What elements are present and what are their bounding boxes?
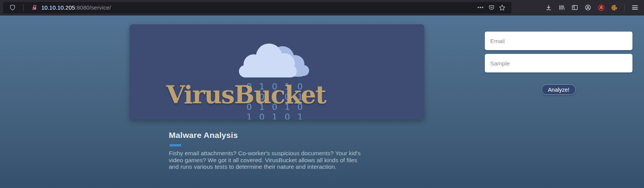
account-icon[interactable] (582, 2, 594, 13)
cloud-icon (230, 40, 315, 83)
section-heading: Malware Analysis (169, 131, 369, 140)
site-security-chip[interactable] (7, 3, 40, 13)
insecure-lock-icon[interactable] (29, 3, 40, 13)
analyze-button[interactable]: Analyze! (541, 84, 576, 95)
url-text[interactable]: 10.10.10.205:8080/service/ (41, 4, 111, 11)
malware-analysis-section: Malware Analysis Fishy email attachments… (169, 131, 369, 170)
binary-art-row: 1 0 1 0 1 (242, 112, 309, 119)
email-field[interactable] (485, 32, 632, 50)
urlbar-separator (23, 4, 24, 11)
sidebar-icon[interactable] (569, 2, 581, 13)
binary-art-row: 0 1 0 1 0 (242, 102, 309, 112)
url-path: :8080/service/ (75, 4, 111, 11)
section-body-text: Fishy email attachments? Co-worker's sus… (169, 150, 365, 170)
toolbar-button-group (543, 2, 641, 13)
sample-field[interactable] (485, 54, 632, 72)
tracking-protection-shield-icon[interactable] (7, 3, 18, 13)
menu-icon[interactable] (629, 2, 641, 13)
url-host: 10.10.10.205 (41, 4, 75, 11)
toolbar-separator (624, 4, 625, 11)
cookie-extension-icon[interactable] (608, 2, 620, 13)
sample-upload-form: Analyze! (485, 32, 632, 95)
page-actions-overflow-icon[interactable]: ••• (475, 3, 486, 13)
library-icon[interactable] (556, 2, 568, 13)
blocker-extension-icon[interactable] (595, 2, 607, 13)
download-icon[interactable] (543, 2, 555, 13)
pocket-icon[interactable] (486, 3, 497, 13)
accent-bar (170, 144, 181, 146)
browser-toolbar: 10.10.10.205:8080/service/ ••• (0, 0, 644, 15)
virusbucket-logo-card: 0 1 0 1 0 1 0 1 0 1 VirusBucket 0 1 0 1 … (129, 24, 424, 119)
url-bar[interactable]: 10.10.10.205:8080/service/ ••• (3, 2, 511, 13)
page-content: 0 1 0 1 0 1 0 1 0 1 VirusBucket 0 1 0 1 … (0, 15, 644, 188)
bookmark-star-icon[interactable] (497, 3, 508, 13)
